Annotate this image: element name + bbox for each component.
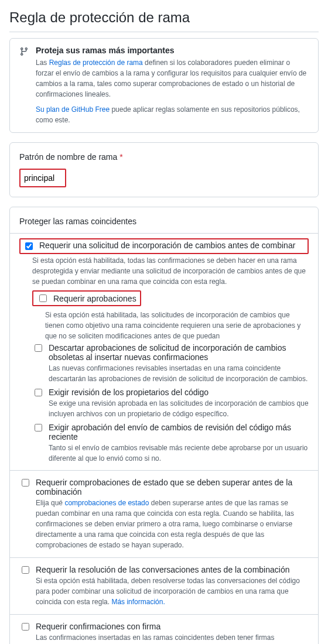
protection-rules-link[interactable]: Reglas de protección de rama xyxy=(49,59,143,67)
last-push-checkbox[interactable] xyxy=(35,424,42,431)
last-push-label: Exigir aprobación del envío de cambios d… xyxy=(49,423,309,441)
status-checks-checkbox[interactable] xyxy=(22,479,29,487)
status-checks-link[interactable]: comprobaciones de estado xyxy=(64,499,149,507)
branch-pattern-label: Patrón de nombre de rama * xyxy=(10,143,318,169)
require-pr-checkbox[interactable] xyxy=(25,242,33,250)
require-pr-desc: Si esta opción está habilitada, todas la… xyxy=(32,255,309,287)
require-approvals-desc: Si esta opción está habilitada, las soli… xyxy=(45,310,309,341)
conversations-desc: Si esta opción está habilitada, deben re… xyxy=(36,576,309,607)
require-pr-label: Requerir una solicitud de incorporación … xyxy=(39,241,295,250)
info-paragraph-2: Su plan de GitHub Free puede aplicar reg… xyxy=(36,104,309,125)
protect-matching-header: Proteger las ramas coincidentes xyxy=(10,207,318,234)
info-heading: Proteja sus ramas más importantes xyxy=(36,46,309,55)
codeowners-desc: Se exige una revisión aprobada en las so… xyxy=(49,398,309,419)
page-title: Regla de protección de rama xyxy=(9,9,319,32)
require-pr-highlight: Requerir una solicitud de incorporación … xyxy=(19,238,309,254)
signed-label: Requerir confirmaciones con firma xyxy=(36,622,309,631)
require-approvals-highlight: Requerir aprobaciones xyxy=(32,290,141,306)
info-paragraph-1: Las Reglas de protección de rama definen… xyxy=(36,57,309,100)
codeowners-label: Exigir revisión de los propietarios del … xyxy=(49,388,309,397)
branch-pattern-input[interactable] xyxy=(22,171,64,185)
signed-desc: Las confirmaciones insertadas en las ram… xyxy=(36,632,309,644)
branch-pattern-panel: Patrón de nombre de rama * xyxy=(9,142,319,197)
require-approvals-label: Requerir aprobaciones xyxy=(53,294,136,303)
branch-rule-icon xyxy=(19,47,29,56)
protect-matching-panel: Proteger las ramas coincidentes Requerir… xyxy=(9,207,319,644)
conversations-checkbox[interactable] xyxy=(22,566,29,574)
conversations-link[interactable]: Más información. xyxy=(111,598,165,606)
signed-checkbox[interactable] xyxy=(22,623,29,631)
dismiss-stale-checkbox[interactable] xyxy=(35,344,42,352)
status-checks-label: Requerir comprobaciones de estado que se… xyxy=(36,478,309,496)
info-panel: Proteja sus ramas más importantes Las Re… xyxy=(9,38,319,133)
github-free-link[interactable]: Su plan de GitHub Free xyxy=(36,105,110,114)
status-checks-desc: Elija qué comprobaciones de estado deben… xyxy=(36,498,309,550)
require-approvals-checkbox[interactable] xyxy=(39,294,47,302)
codeowners-checkbox[interactable] xyxy=(35,389,42,396)
dismiss-stale-label: Descartar aprobaciones de solicitud de i… xyxy=(49,343,309,362)
last-push-desc: Tanto si el envío de cambios revisable m… xyxy=(49,443,309,464)
conversations-label: Requerir la resolución de las conversaci… xyxy=(36,565,309,574)
dismiss-stale-desc: Las nuevas confirmaciones revisables ins… xyxy=(49,363,309,384)
